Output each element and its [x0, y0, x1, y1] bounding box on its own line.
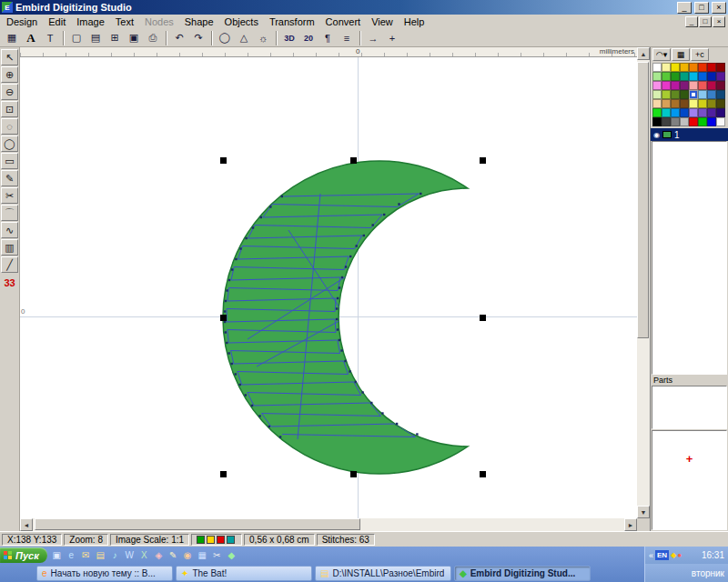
select-tool[interactable]: ↖: [1, 49, 18, 65]
browser-2-icon[interactable]: ◉: [181, 548, 195, 562]
selection-handle[interactable]: [220, 315, 227, 321]
palette-color-31[interactable]: [716, 90, 725, 99]
tray-app-1-icon[interactable]: ◆: [671, 551, 676, 559]
letters-button[interactable]: A: [22, 30, 40, 46]
palette-color-17[interactable]: [662, 81, 671, 90]
menu-objects[interactable]: Objects: [219, 15, 264, 28]
start-button[interactable]: Пуск: [0, 547, 47, 563]
notepad-icon[interactable]: ✎: [167, 548, 180, 562]
close-button[interactable]: ×: [712, 2, 726, 14]
palette-color-55[interactable]: [716, 117, 725, 126]
palette-color-0[interactable]: [652, 63, 662, 72]
palette-color-8[interactable]: [652, 72, 662, 81]
palette-color-28[interactable]: [689, 90, 698, 99]
language-indicator[interactable]: EN: [655, 550, 669, 560]
internet-explorer-icon[interactable]: e: [65, 548, 78, 562]
menu-design[interactable]: Design: [1, 15, 43, 28]
undo-button[interactable]: ↶: [170, 30, 188, 46]
palette-color-36[interactable]: [689, 99, 698, 108]
palette-color-50[interactable]: [671, 117, 680, 126]
palette-color-26[interactable]: [671, 90, 680, 99]
save-design-button[interactable]: ▣: [125, 30, 143, 46]
palette-color-22[interactable]: [707, 81, 716, 90]
palette-color-32[interactable]: [652, 99, 662, 108]
view-3d-button[interactable]: 3D: [280, 30, 298, 46]
zoom-out-tool[interactable]: ⊖: [1, 84, 18, 100]
palette-color-2[interactable]: [671, 63, 680, 72]
excel-icon[interactable]: X: [137, 548, 151, 562]
design-canvas[interactable]: 0: [20, 57, 637, 518]
generate-stitches-button[interactable]: →: [364, 30, 382, 46]
triangle-shape-button[interactable]: △: [235, 30, 253, 46]
scroll-down-button[interactable]: ▼: [637, 506, 650, 518]
palette-color-21[interactable]: [698, 81, 707, 90]
palette-options-button[interactable]: ▦: [672, 48, 690, 61]
zoom-window-tool[interactable]: ⊡: [1, 101, 18, 117]
selection-handle[interactable]: [480, 471, 486, 477]
palette-color-38[interactable]: [707, 99, 716, 108]
palette-color-1[interactable]: [662, 63, 671, 72]
palette-color-20[interactable]: [689, 81, 698, 90]
maximize-button[interactable]: □: [694, 2, 709, 14]
palette-color-51[interactable]: [680, 117, 689, 126]
palette-color-45[interactable]: [698, 108, 707, 117]
photo-editor-icon[interactable]: ◈: [152, 548, 166, 562]
palette-color-48[interactable]: [652, 117, 662, 126]
menu-transform[interactable]: Transform: [264, 15, 320, 28]
palette-color-37[interactable]: [698, 99, 707, 108]
vertical-scroll-thumb[interactable]: [637, 62, 649, 338]
show-desktop-icon[interactable]: ▣: [50, 548, 64, 562]
selection-handle[interactable]: [220, 157, 227, 164]
file-manager-icon[interactable]: ▤: [94, 548, 107, 562]
menu-text[interactable]: Text: [110, 15, 139, 28]
taskbar-task-embird-studio[interactable]: ◆Embird Digitizing Stud...: [454, 566, 591, 581]
line-tool[interactable]: ╱: [1, 256, 18, 273]
taskbar-task-browser-topic[interactable]: eНачать новую тему :: В...: [36, 566, 173, 581]
minimize-button[interactable]: _: [677, 2, 692, 14]
palette-color-43[interactable]: [680, 108, 689, 117]
palette-color-49[interactable]: [662, 117, 671, 126]
palette-color-41[interactable]: [662, 108, 671, 117]
palette-color-14[interactable]: [707, 72, 716, 81]
palette-color-54[interactable]: [707, 117, 716, 126]
crescent-shape[interactable]: [223, 161, 468, 474]
word-icon[interactable]: W: [123, 548, 136, 562]
open-design-button[interactable]: ▤: [86, 30, 105, 46]
knife-tool[interactable]: ✂: [1, 187, 18, 204]
selection-handle[interactable]: [220, 471, 227, 477]
selection-handle[interactable]: [350, 471, 357, 477]
fill-mode-select-button[interactable]: ◠▾: [652, 48, 671, 61]
scroll-right-button[interactable]: ►: [624, 518, 637, 531]
media-player-icon[interactable]: ♪: [108, 548, 122, 562]
palette-color-4[interactable]: [689, 63, 698, 72]
menu-convert[interactable]: Convert: [320, 15, 367, 28]
arc-tool[interactable]: ⌒: [1, 205, 18, 221]
palette-color-27[interactable]: [680, 90, 689, 99]
palette-color-13[interactable]: [698, 72, 707, 81]
palette-color-30[interactable]: [707, 90, 716, 99]
mail-icon[interactable]: ✉: [79, 548, 93, 562]
palette-color-9[interactable]: [662, 72, 671, 81]
visibility-icon[interactable]: ◉: [653, 131, 660, 139]
options-button[interactable]: ≡: [338, 30, 356, 46]
palette-color-47[interactable]: [716, 108, 725, 117]
selection-handle[interactable]: [350, 157, 357, 164]
menu-edit[interactable]: Edit: [43, 15, 71, 28]
scroll-up-button[interactable]: ▲: [637, 47, 650, 60]
parts-list[interactable]: [652, 386, 727, 429]
palette-color-53[interactable]: [698, 117, 707, 126]
palette-color-12[interactable]: [689, 72, 698, 81]
menu-view[interactable]: View: [366, 15, 399, 28]
small-text-button[interactable]: T: [41, 30, 59, 46]
palette-color-7[interactable]: [716, 63, 725, 72]
palette-color-34[interactable]: [671, 99, 680, 108]
ellipse-tool[interactable]: ◯: [1, 135, 18, 152]
design-manager-button[interactable]: ▦: [3, 30, 21, 46]
add-color-button[interactable]: +c: [691, 48, 709, 61]
rectangle-tool[interactable]: ▭: [1, 153, 18, 169]
column-tool[interactable]: ▥: [1, 239, 18, 256]
palette-color-11[interactable]: [680, 72, 689, 81]
palette-color-18[interactable]: [671, 81, 680, 90]
palette-color-10[interactable]: [671, 72, 680, 81]
palette-color-33[interactable]: [662, 99, 671, 108]
